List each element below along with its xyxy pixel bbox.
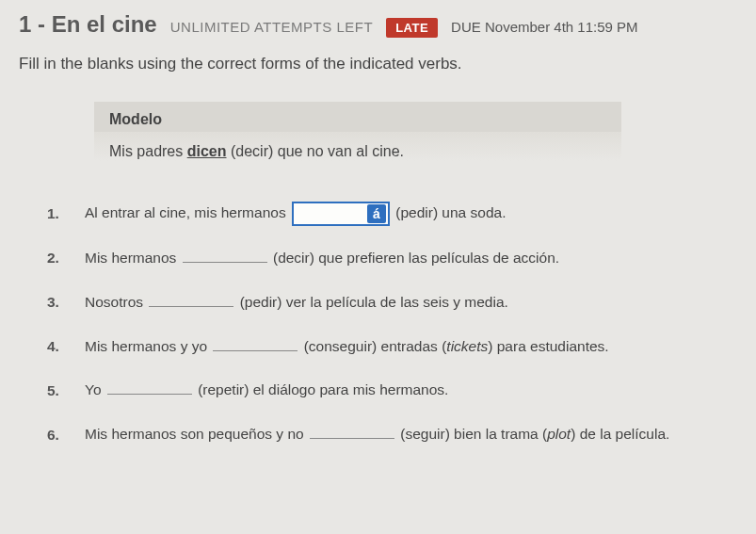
question-row: 3. Nosotros (pedir) ver la película de l… <box>47 291 737 315</box>
model-sentence: Mis padres dicen (decir) que no van al c… <box>94 132 621 173</box>
answer-blank[interactable] <box>183 249 267 264</box>
model-heading: Modelo <box>94 102 621 132</box>
question-before: Yo <box>85 381 102 397</box>
question-before: Mis hermanos <box>85 250 176 266</box>
late-badge: LATE <box>386 18 438 38</box>
question-text: Nosotros (pedir) ver la película de las … <box>85 291 737 315</box>
question-number: 4. <box>47 338 85 355</box>
question-before: Mis hermanos y yo <box>85 338 207 354</box>
question-text: Mis hermanos y yo (conseguir) entradas (… <box>85 335 737 359</box>
question-italic: tickets <box>446 338 488 354</box>
question-number: 3. <box>47 294 85 311</box>
answer-input-wrapper: á <box>292 202 390 226</box>
model-answer: dicen <box>187 143 227 159</box>
question-after-open: (conseguir) entradas ( <box>304 338 447 354</box>
question-after: (decir) que prefieren las películas de a… <box>273 250 559 266</box>
model-prefix: Mis padres <box>109 143 187 159</box>
question-row: 2. Mis hermanos (decir) que prefieren la… <box>47 247 737 270</box>
due-date: DUE November 4th 11:59 PM <box>451 19 637 35</box>
due-label: DUE <box>451 19 481 35</box>
question-italic: plot <box>547 426 571 442</box>
answer-blank[interactable] <box>310 425 394 440</box>
instructions-text: Fill in the blanks using the correct for… <box>19 55 737 73</box>
question-list: 1. Al entrar al cine, mis hermanos á (pe… <box>47 202 737 446</box>
question-after: (repetir) el diálogo para mis hermanos. <box>198 381 448 397</box>
assignment-header: 1 - En el cine UNLIMITED ATTEMPTS LEFT L… <box>19 11 737 38</box>
question-after: (pedir) ver la película de las seis y me… <box>240 294 508 310</box>
question-row: 6. Mis hermanos son pequeños y no (segui… <box>47 423 737 446</box>
answer-input[interactable] <box>299 206 365 222</box>
accent-button[interactable]: á <box>367 204 386 223</box>
question-text: Mis hermanos (decir) que prefieren las p… <box>85 247 737 270</box>
attempts-left: UNLIMITED ATTEMPTS LEFT <box>170 19 373 35</box>
model-suffix: (decir) que no van al cine. <box>227 143 405 159</box>
question-text: Yo (repetir) el diálogo para mis hermano… <box>85 379 737 402</box>
question-before: Nosotros <box>85 294 143 310</box>
question-number: 5. <box>47 382 85 399</box>
question-row: 4. Mis hermanos y yo (conseguir) entrada… <box>47 335 737 359</box>
answer-blank[interactable] <box>213 336 298 351</box>
question-text: Al entrar al cine, mis hermanos á (pedir… <box>85 202 737 226</box>
question-row: 1. Al entrar al cine, mis hermanos á (pe… <box>47 202 737 226</box>
question-number: 1. <box>47 205 85 222</box>
question-number: 2. <box>47 250 85 267</box>
question-before: Mis hermanos son pequeños y no <box>85 426 304 442</box>
model-example: Modelo Mis padres dicen (decir) que no v… <box>94 102 621 173</box>
question-number: 6. <box>47 427 85 444</box>
question-after-close: ) para estudiantes. <box>488 338 608 354</box>
question-text: Mis hermanos son pequeños y no (seguir) … <box>85 423 737 446</box>
question-row: 5. Yo (repetir) el diálogo para mis herm… <box>47 379 737 402</box>
answer-blank[interactable] <box>149 292 233 307</box>
due-value: November 4th 11:59 PM <box>485 19 638 35</box>
question-after-close: ) de la película. <box>571 426 669 442</box>
question-before: Al entrar al cine, mis hermanos <box>85 204 286 220</box>
assignment-title: 1 - En el cine <box>19 11 157 38</box>
question-after-open: (seguir) bien la trama ( <box>400 426 547 442</box>
answer-blank[interactable] <box>107 380 192 396</box>
question-after: (pedir) una soda. <box>395 204 506 220</box>
